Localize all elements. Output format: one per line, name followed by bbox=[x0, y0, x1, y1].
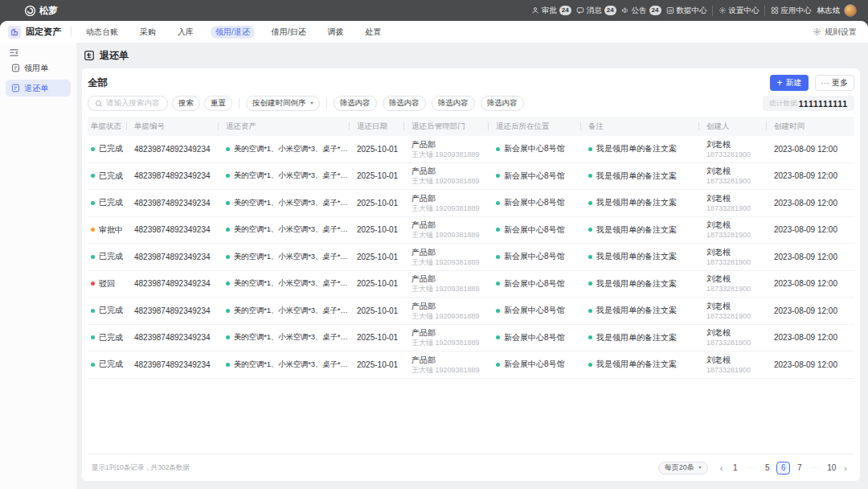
apps-icon bbox=[771, 6, 779, 14]
tab-all[interactable]: 全部 bbox=[88, 76, 108, 90]
table-row[interactable]: 已完成 48239874892349234 美的空调*1、小米空调*3、桌子*1… bbox=[88, 351, 854, 379]
table-row[interactable]: 驳回 48239874892349234 美的空调*1、小米空调*3、桌子*10… bbox=[88, 271, 854, 298]
table-row[interactable]: 已完成 48239874892349234 美的空调*1、小米空调*3、桌子*1… bbox=[88, 136, 854, 163]
search-button[interactable]: 搜索 bbox=[172, 96, 200, 111]
nav-tab[interactable]: 动态台账 bbox=[81, 26, 123, 39]
location: 新会展中心8号馆 bbox=[504, 197, 565, 208]
filter-button[interactable]: 筛选内容 bbox=[383, 96, 426, 111]
nav-tab[interactable]: 入库 bbox=[173, 26, 199, 39]
note: 我是领用单的备注文案 bbox=[596, 278, 677, 290]
location-dot bbox=[496, 201, 500, 205]
search-input[interactable]: 请输入搜索内容 bbox=[88, 96, 168, 111]
user-menu[interactable]: 林志炫 bbox=[817, 4, 858, 17]
message-icon bbox=[576, 6, 584, 14]
topbar-item[interactable]: 数据中心 bbox=[666, 6, 707, 16]
page-button[interactable]: ··· bbox=[809, 462, 822, 475]
page-numbers: 1···567···10 bbox=[728, 462, 838, 475]
document-icon bbox=[11, 64, 20, 72]
nav-tab[interactable]: 领用/退还 bbox=[211, 26, 255, 39]
topbar-item[interactable]: 应用中心 bbox=[764, 6, 812, 16]
order-no: 48239874892349234 bbox=[134, 199, 211, 208]
topbar-item[interactable]: 审批 24 bbox=[531, 6, 571, 16]
topbar-item[interactable]: 设置中心 bbox=[712, 6, 760, 16]
creator: 刘老根 bbox=[706, 220, 751, 230]
page-button[interactable]: ··· bbox=[744, 462, 758, 475]
rule-settings-button[interactable]: 规则设置 bbox=[813, 27, 857, 38]
status: 审批中 bbox=[99, 224, 123, 236]
order-no: 48239874892349234 bbox=[134, 279, 211, 288]
status: 已完成 bbox=[99, 305, 123, 316]
page-button[interactable]: 7 bbox=[792, 462, 806, 475]
page-button[interactable]: 6 bbox=[776, 462, 790, 475]
plus-icon: + bbox=[776, 78, 782, 88]
note: 我是领用单的备注文案 bbox=[596, 143, 677, 154]
filter-button[interactable]: 筛选内容 bbox=[334, 96, 377, 111]
page-size-select[interactable]: 每页20条 bbox=[658, 462, 708, 475]
reset-button[interactable]: 重置 bbox=[204, 96, 232, 111]
sort-button[interactable]: 按创建时间倒序 bbox=[246, 96, 320, 111]
assets: 美的空调*1、小米空调*3、桌子*100... bbox=[234, 171, 349, 181]
sidebar: 领用单 退还单 bbox=[0, 43, 76, 489]
creator: 刘老根 bbox=[706, 139, 751, 150]
page-button[interactable]: 5 bbox=[760, 462, 774, 475]
status: 驳回 bbox=[99, 278, 115, 290]
location-dot bbox=[496, 363, 500, 367]
dept-contact: 王大锤 19209381889 bbox=[411, 176, 480, 186]
location-dot bbox=[496, 255, 500, 259]
assets: 美的空调*1、小米空调*3、桌子*100... bbox=[234, 306, 349, 316]
nav-tab[interactable]: 采购 bbox=[135, 26, 161, 39]
sidebar-item[interactable]: 退还单 bbox=[6, 80, 71, 97]
dept-contact: 王大锤 19209381889 bbox=[411, 203, 480, 213]
asset-dot bbox=[226, 363, 230, 367]
return-date: 2025-10-01 bbox=[357, 253, 398, 261]
table-row[interactable]: 已完成 48239874892349234 美的空调*1、小米空调*3、桌子*1… bbox=[88, 298, 854, 325]
order-no: 48239874892349234 bbox=[134, 306, 211, 315]
table-row[interactable]: 已完成 48239874892349234 美的空调*1、小米空调*3、桌子*1… bbox=[88, 244, 854, 271]
prev-page-button[interactable]: ‹ bbox=[717, 463, 727, 473]
more-button[interactable]: ··· 更多 bbox=[815, 75, 855, 91]
page-button[interactable]: 1 bbox=[728, 462, 742, 475]
nav-tab[interactable]: 处置 bbox=[361, 26, 387, 39]
note: 我是领用单的备注文案 bbox=[596, 305, 677, 316]
table-header: 单据状态 单据编号 退还资产 退还日期 退还后管理部门 退还后所在位置 备注 创… bbox=[88, 117, 854, 136]
count-badge: 24 bbox=[604, 6, 616, 15]
announcement-icon bbox=[621, 6, 629, 14]
page-button[interactable]: 10 bbox=[825, 462, 838, 475]
sidebar-collapse-button[interactable] bbox=[9, 47, 22, 58]
approval-icon bbox=[531, 6, 539, 14]
table-row[interactable]: 审批中 48239874892349234 美的空调*1、小米空调*3、桌子*1… bbox=[88, 217, 854, 244]
dept: 产品部 bbox=[411, 139, 480, 150]
new-button[interactable]: + 新建 bbox=[770, 75, 808, 91]
module-switcher[interactable]: 固定资产 bbox=[8, 26, 61, 39]
asset-dot bbox=[226, 255, 230, 259]
status: 已完成 bbox=[99, 143, 123, 154]
creator: 刘老根 bbox=[706, 166, 751, 176]
status-dot bbox=[91, 281, 95, 286]
note: 我是领用单的备注文案 bbox=[596, 197, 677, 208]
create-time: 2023-08-09 12:00 bbox=[774, 360, 837, 369]
filter-button[interactable]: 筛选内容 bbox=[481, 96, 524, 111]
status-dot bbox=[91, 363, 95, 367]
divider bbox=[71, 27, 72, 37]
topbar-item[interactable]: 消息 24 bbox=[576, 6, 616, 16]
stats-value: 1111111111 bbox=[799, 99, 848, 109]
filter-button[interactable]: 筛选内容 bbox=[432, 96, 475, 111]
dept: 产品部 bbox=[411, 247, 480, 257]
location-dot bbox=[496, 147, 500, 151]
table-row[interactable]: 已完成 48239874892349234 美的空调*1、小米空调*3、桌子*1… bbox=[88, 325, 854, 352]
next-page-button[interactable]: › bbox=[841, 463, 850, 473]
app-logo: 松萝 bbox=[24, 5, 58, 17]
asset-dot bbox=[226, 174, 230, 178]
dept: 产品部 bbox=[411, 220, 480, 230]
nav-tab[interactable]: 借用/归还 bbox=[267, 26, 311, 39]
nav-tab[interactable]: 调拨 bbox=[323, 26, 349, 39]
table-row[interactable]: 已完成 48239874892349234 美的空调*1、小米空调*3、桌子*1… bbox=[88, 190, 854, 217]
creator: 刘老根 bbox=[706, 247, 751, 257]
creator-phone: 18733281900 bbox=[706, 203, 751, 213]
table-row[interactable]: 已完成 48239874892349234 美的空调*1、小米空调*3、桌子*1… bbox=[88, 163, 854, 191]
sidebar-item[interactable]: 领用单 bbox=[6, 60, 71, 76]
topbar-item[interactable]: 公告 24 bbox=[621, 6, 661, 16]
assets: 美的空调*1、小米空调*3、桌子*100... bbox=[234, 332, 349, 343]
search-icon bbox=[95, 100, 103, 108]
assets: 美的空调*1、小米空调*3、桌子*100... bbox=[234, 144, 349, 154]
